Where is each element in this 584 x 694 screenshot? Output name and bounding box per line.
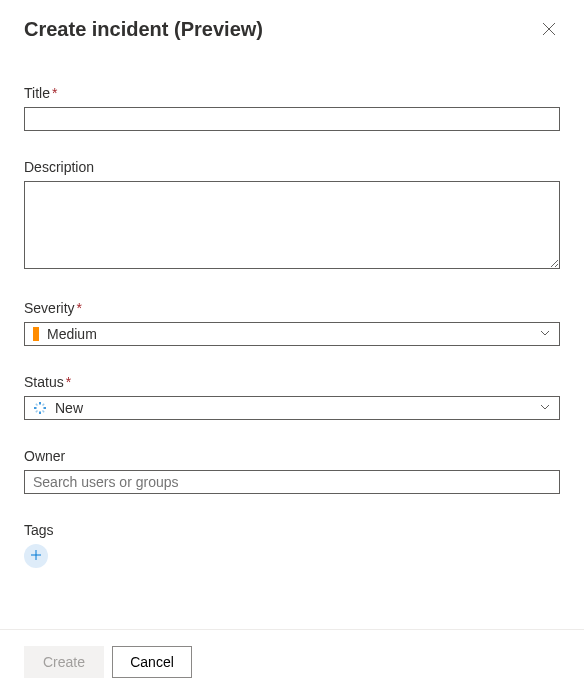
status-dropdown[interactable]: New xyxy=(24,396,560,420)
field-severity: Severity* Medium xyxy=(24,300,560,346)
field-description: Description xyxy=(24,159,560,272)
status-label: Status* xyxy=(24,374,560,390)
required-mark: * xyxy=(52,85,57,101)
cancel-button[interactable]: Cancel xyxy=(112,646,192,678)
svg-line-7 xyxy=(43,404,45,406)
status-selected: New xyxy=(33,400,83,416)
required-mark: * xyxy=(77,300,82,316)
field-owner: Owner xyxy=(24,448,560,494)
severity-dropdown[interactable]: Medium xyxy=(24,322,560,346)
status-label-text: Status xyxy=(24,374,64,390)
owner-label: Owner xyxy=(24,448,560,464)
severity-indicator-icon xyxy=(33,327,39,341)
title-label: Title* xyxy=(24,85,560,101)
svg-line-5 xyxy=(43,411,45,413)
title-label-text: Title xyxy=(24,85,50,101)
status-new-icon xyxy=(33,401,47,415)
plus-icon xyxy=(30,549,42,564)
field-tags: Tags xyxy=(24,522,560,568)
severity-label-text: Severity xyxy=(24,300,75,316)
create-button[interactable]: Create xyxy=(24,646,104,678)
severity-label: Severity* xyxy=(24,300,560,316)
tags-label: Tags xyxy=(24,522,560,538)
panel-header: Create incident (Preview) xyxy=(24,18,560,43)
description-label: Description xyxy=(24,159,560,175)
description-input[interactable] xyxy=(24,181,560,269)
required-mark: * xyxy=(66,374,71,390)
status-value: New xyxy=(55,400,83,416)
svg-line-4 xyxy=(36,404,38,406)
severity-selected: Medium xyxy=(33,326,97,342)
title-input[interactable] xyxy=(24,107,560,131)
panel-title: Create incident (Preview) xyxy=(24,18,263,41)
chevron-down-icon xyxy=(539,326,551,342)
field-status: Status* xyxy=(24,374,560,420)
svg-line-6 xyxy=(36,411,38,413)
severity-value: Medium xyxy=(47,326,97,342)
owner-input[interactable] xyxy=(24,470,560,494)
create-incident-panel: Create incident (Preview) Title* Descrip… xyxy=(0,0,584,628)
chevron-down-icon xyxy=(539,400,551,416)
add-tag-button[interactable] xyxy=(24,544,48,568)
close-icon xyxy=(542,22,556,39)
field-title: Title* xyxy=(24,85,560,131)
panel-footer: Create Cancel xyxy=(0,629,584,694)
close-button[interactable] xyxy=(538,18,560,43)
